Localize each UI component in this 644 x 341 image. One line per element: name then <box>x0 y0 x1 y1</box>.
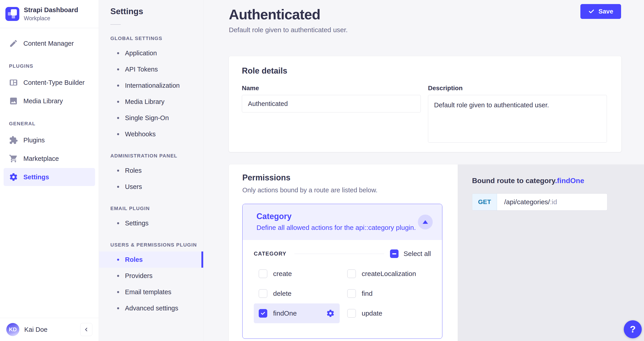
category-accordion-body: CATEGORY Select all create <box>242 240 442 323</box>
media-library-icon <box>9 97 18 106</box>
subnav-item-providers[interactable]: Providers <box>99 268 203 284</box>
bullet-icon <box>117 275 119 277</box>
chevron-up-icon <box>422 220 428 224</box>
bullet-icon <box>117 85 119 87</box>
collapse-accordion-button[interactable] <box>418 215 433 229</box>
subnav-item-admin-users[interactable]: Users <box>99 179 203 195</box>
settings-subnav-divider <box>110 24 121 25</box>
subnav-item-label: Media Library <box>125 98 164 106</box>
subnav-item-webhooks[interactable]: Webhooks <box>99 126 203 142</box>
subnav-item-label: Internationalization <box>125 82 180 89</box>
subnav-item-label: Users <box>125 183 142 191</box>
help-button[interactable]: ? <box>624 320 642 338</box>
sidebar-item-plugins[interactable]: Plugins <box>4 131 95 149</box>
createlocalization-checkbox[interactable] <box>347 269 356 278</box>
update-checkbox[interactable] <box>347 309 356 317</box>
category-accordion: Category Define all allowed actions for … <box>242 204 442 339</box>
subnav-item-label: Roles <box>125 167 142 174</box>
bound-route-panel: Bound route to category.findOne GET /api… <box>458 164 644 341</box>
strapi-logo-icon <box>6 7 19 21</box>
page-title: Authenticated <box>229 6 622 23</box>
name-field[interactable] <box>242 95 421 113</box>
user-avatar[interactable]: KD <box>6 323 19 336</box>
http-method-badge: GET <box>472 194 497 210</box>
action-row-create: create <box>254 264 340 284</box>
select-all-checkbox[interactable] <box>390 249 398 258</box>
subnav-section-email-plugin: EMAIL PLUGIN <box>110 206 203 211</box>
action-label: createLocalization <box>362 270 416 277</box>
bullet-icon <box>117 68 119 70</box>
sidebar-item-content-manager[interactable]: Content Manager <box>4 35 95 52</box>
settings-subnav-title: Settings <box>110 7 203 16</box>
sidebar-item-settings[interactable]: Settings <box>4 168 95 186</box>
subnav-item-label: Settings <box>125 219 148 227</box>
sidebar-section-general: GENERAL <box>0 110 99 131</box>
main-nav: Content Manager PLUGINS Content-Type Bui… <box>0 28 99 186</box>
subnav-item-label: Single Sign-On <box>125 114 169 122</box>
subnav-item-up-roles[interactable]: Roles <box>99 251 203 268</box>
route-path-param: :id <box>550 198 557 206</box>
actions-grid: create createLocalization delete fi <box>254 264 431 323</box>
subnav-item-admin-roles[interactable]: Roles <box>99 162 203 179</box>
permissions-subtitle: Only actions bound by a route are listed… <box>242 186 442 194</box>
create-checkbox[interactable] <box>259 269 267 278</box>
sidebar-footer: KD Kai Doe <box>0 318 99 341</box>
role-details-title: Role details <box>242 66 607 76</box>
subnav-item-internationalization[interactable]: Internationalization <box>99 77 203 94</box>
question-mark-icon: ? <box>630 324 636 335</box>
permissions-section: Permissions Only actions bound by a rout… <box>229 164 644 341</box>
settings-gear-icon <box>9 173 18 182</box>
subnav-section-global-settings: GLOBAL SETTINGS <box>110 36 203 41</box>
subnav-item-application[interactable]: Application <box>99 45 203 61</box>
category-accordion-header[interactable]: Category Define all allowed actions for … <box>242 204 442 240</box>
description-field[interactable] <box>428 95 607 143</box>
subnav-item-label: Webhooks <box>125 130 156 138</box>
check-icon <box>260 311 266 316</box>
subnav-item-media-library[interactable]: Media Library <box>99 94 203 110</box>
workspace-title: Strapi Dashboard <box>24 6 78 14</box>
bullet-icon <box>117 222 119 224</box>
route-path-base: /api/categories/ <box>504 198 550 206</box>
action-row-findone: findOne <box>254 303 340 323</box>
collapse-sidebar-button[interactable] <box>80 323 92 336</box>
subnav-item-label: Providers <box>125 272 153 280</box>
action-label: findOne <box>273 309 297 317</box>
page-header: Authenticated Default role given to auth… <box>204 0 644 34</box>
sidebar-item-content-type-builder[interactable]: Content-Type Builder <box>4 74 95 92</box>
indeterminate-icon <box>392 253 396 254</box>
action-label: update <box>362 309 382 317</box>
settings-subnav: Settings GLOBAL SETTINGS Application API… <box>99 0 204 341</box>
workspace-subtitle: Workplace <box>24 15 78 22</box>
delete-checkbox[interactable] <box>259 289 267 298</box>
gear-icon <box>326 309 335 317</box>
sidebar-item-label: Media Library <box>24 97 63 105</box>
findone-checkbox[interactable] <box>259 309 267 317</box>
content-type-builder-icon <box>9 78 18 87</box>
subnav-item-email-settings[interactable]: Settings <box>99 215 203 231</box>
bullet-icon <box>117 117 119 119</box>
main-sidebar: Strapi Dashboard Workplace Content Manag… <box>0 0 99 341</box>
subnav-item-api-tokens[interactable]: API Tokens <box>99 61 203 77</box>
sidebar-item-media-library[interactable]: Media Library <box>4 92 95 110</box>
subnav-section-users-permissions-plugin: USERS & PERMISSIONS PLUGIN <box>110 242 203 248</box>
bound-route-action: .findOne <box>555 177 584 185</box>
sidebar-item-label: Settings <box>24 173 49 181</box>
bullet-icon <box>117 133 119 135</box>
findone-settings-button[interactable] <box>326 309 335 317</box>
description-label: Description <box>428 85 607 92</box>
save-button[interactable]: Save <box>580 4 621 19</box>
sidebar-item-marketplace[interactable]: Marketplace <box>4 150 95 168</box>
pencil-icon <box>9 39 18 48</box>
find-checkbox[interactable] <box>347 289 356 298</box>
permissions-card: Permissions Only actions bound by a rout… <box>229 164 458 341</box>
plugins-icon <box>9 136 18 145</box>
bullet-icon <box>117 307 119 309</box>
subnav-item-email-templates[interactable]: Email templates <box>99 284 203 300</box>
workspace-brand[interactable]: Strapi Dashboard Workplace <box>0 0 99 28</box>
route-display: GET /api/categories/:id <box>472 193 607 211</box>
check-icon <box>588 8 594 15</box>
subnav-item-advanced-settings[interactable]: Advanced settings <box>99 300 203 316</box>
subnav-item-single-sign-on[interactable]: Single Sign-On <box>99 110 203 126</box>
action-row-update: update <box>342 303 428 323</box>
role-details-card: Role details Name Description <box>229 56 621 152</box>
